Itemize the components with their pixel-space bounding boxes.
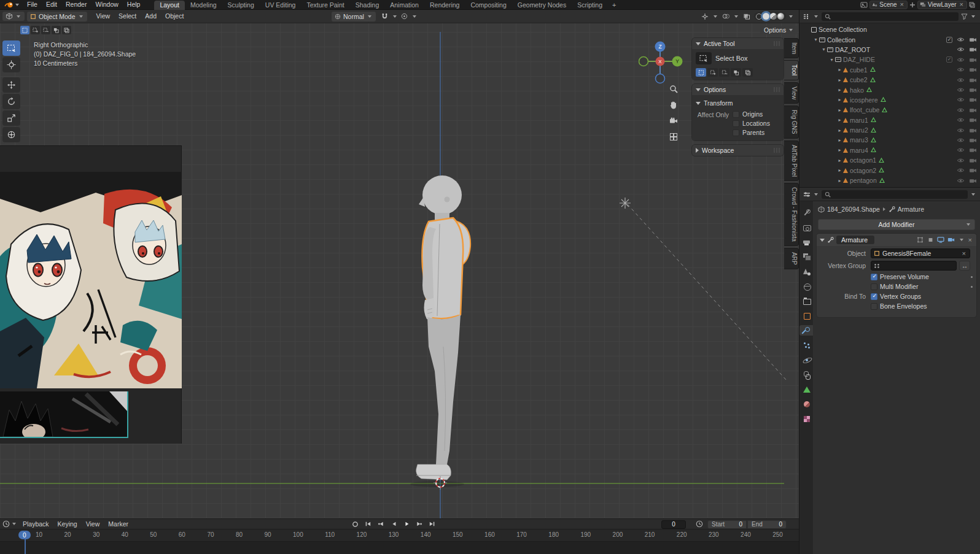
- outliner-row[interactable]: ▸ cube2: [799, 75, 980, 85]
- select-mode-intersect[interactable]: [62, 26, 71, 34]
- outliner-item-label[interactable]: octagon2: [850, 167, 876, 174]
- toggle-ortho-icon[interactable]: [667, 131, 680, 143]
- render-display-toggle[interactable]: [947, 236, 956, 244]
- disable-render-camera-icon[interactable]: [969, 97, 977, 102]
- workspace-tab[interactable]: Geometry Nodes: [512, 1, 572, 10]
- image-editor[interactable]: [0, 145, 182, 444]
- transform-tool[interactable]: [2, 127, 20, 142]
- topbar-menu-item[interactable]: Window: [91, 0, 122, 9]
- invert-vertex-group-button[interactable]: [959, 261, 970, 271]
- sidebar-tab[interactable]: ARP: [784, 248, 799, 269]
- viewport-menu-item[interactable]: Add: [141, 12, 161, 21]
- auto-keying-toggle[interactable]: [350, 520, 360, 528]
- outliner-options-arrow[interactable]: [971, 15, 975, 18]
- disable-render-camera-icon[interactable]: [969, 47, 977, 52]
- hide-eye-icon[interactable]: [957, 117, 965, 123]
- affect-only-option[interactable]: Parents: [733, 129, 770, 136]
- properties-tab[interactable]: [801, 281, 813, 291]
- workspace-tab[interactable]: Sculpting: [222, 1, 260, 10]
- add-workspace-button[interactable]: +: [608, 1, 620, 9]
- outliner-row[interactable]: ▾ Collection: [799, 34, 980, 44]
- editor-type-arrow[interactable]: [12, 523, 16, 525]
- outliner-row[interactable]: ▸ hako: [799, 85, 980, 94]
- add-modifier-button[interactable]: Add Modifier: [818, 219, 975, 230]
- previous-keyframe-button[interactable]: [376, 520, 386, 528]
- cursor-tool[interactable]: [2, 57, 20, 72]
- hide-eye-icon[interactable]: [957, 77, 965, 83]
- view-layer-selector[interactable]: ViewLayer: [917, 1, 967, 9]
- workspace-tab[interactable]: Shading: [350, 1, 385, 10]
- checkbox[interactable]: [733, 120, 739, 127]
- playhead[interactable]: 0: [18, 531, 31, 539]
- select-mode-subtract[interactable]: [719, 68, 729, 77]
- show-gizmo-toggle[interactable]: [699, 12, 710, 21]
- copy-view-layer-icon[interactable]: [969, 2, 975, 8]
- properties-tab[interactable]: [801, 399, 813, 409]
- gizmo-z-neg-axis[interactable]: [656, 74, 665, 83]
- timeline-ruler[interactable]: 1020304050607080901001101201301401501601…: [0, 529, 799, 542]
- outliner-item-label[interactable]: DAZ_ROOT: [835, 46, 870, 53]
- disable-render-camera-icon[interactable]: [969, 77, 977, 83]
- select-mode-extend[interactable]: [31, 26, 40, 34]
- outliner-row[interactable]: ▸ lfoot_cube: [799, 105, 980, 115]
- timeline-editor-icon[interactable]: [2, 520, 10, 528]
- hide-eye-icon[interactable]: [957, 137, 965, 143]
- transform-orientation-selector[interactable]: Normal: [332, 12, 376, 21]
- preserve-volume-checkbox[interactable]: [871, 274, 877, 280]
- realtime-display-toggle[interactable]: [936, 236, 946, 244]
- outliner-item-label[interactable]: maru1: [850, 117, 868, 124]
- breadcrumb-modifier[interactable]: Armature: [889, 206, 924, 213]
- outliner-search-input[interactable]: [822, 12, 959, 21]
- outliner-item-label[interactable]: pentagon: [850, 177, 877, 184]
- outliner-row[interactable]: ▸ maru4: [799, 145, 980, 155]
- hide-eye-icon[interactable]: [957, 97, 965, 102]
- workspace-tab[interactable]: UV Editing: [260, 1, 301, 10]
- select-mode-invert[interactable]: [731, 68, 741, 77]
- disclosure-arrow[interactable]: ▸: [836, 137, 843, 143]
- play-button[interactable]: [402, 520, 411, 528]
- properties-options-arrow[interactable]: [971, 193, 975, 196]
- sidebar-tab[interactable]: Item: [784, 38, 799, 58]
- workspace-tab[interactable]: Layout: [154, 1, 185, 10]
- viewport-menu-item[interactable]: Select: [114, 12, 141, 21]
- use-preview-range-icon[interactable]: [696, 520, 703, 528]
- scale-tool[interactable]: [2, 110, 20, 126]
- hide-eye-icon[interactable]: [957, 158, 965, 163]
- vertex-group-field[interactable]: [871, 261, 957, 271]
- editor-type-arrow[interactable]: [814, 193, 818, 196]
- remove-modifier-icon[interactable]: [967, 237, 973, 244]
- outliner-row[interactable]: ▸ maru1: [799, 115, 980, 125]
- disable-render-camera-icon[interactable]: [969, 37, 977, 42]
- properties-tab[interactable]: [801, 296, 813, 306]
- proportional-options-arrow[interactable]: [413, 15, 416, 18]
- active-tool-panel-header[interactable]: Active Tool: [692, 38, 784, 49]
- toggle-xray[interactable]: [741, 12, 752, 21]
- hide-eye-icon[interactable]: [957, 147, 965, 153]
- clear-object-icon[interactable]: [961, 250, 967, 257]
- topbar-menu-item[interactable]: File: [23, 0, 42, 9]
- select-box-tool[interactable]: [2, 40, 20, 56]
- gizmo-y-neg-axis[interactable]: [639, 57, 648, 66]
- breadcrumb-object[interactable]: 184_26094.Shape: [818, 206, 880, 213]
- exclude-checkbox[interactable]: [946, 37, 952, 43]
- disclosure-arrow[interactable]: ▸: [836, 178, 843, 183]
- rotate-tool[interactable]: [2, 94, 20, 109]
- viewport-menu-item[interactable]: View: [92, 12, 115, 21]
- collapse-icon[interactable]: [820, 239, 825, 242]
- overlays-options-arrow[interactable]: [734, 15, 738, 18]
- jump-to-end-button[interactable]: [427, 520, 437, 528]
- disclosure-arrow[interactable]: ▾: [828, 57, 835, 63]
- workspace-tab[interactable]: Texture Paint: [301, 1, 349, 10]
- properties-tab[interactable]: [801, 414, 813, 424]
- options-panel-header[interactable]: Options: [692, 84, 784, 95]
- sidebar-tab[interactable]: Crowd - Fashionista: [784, 183, 799, 246]
- properties-search-input[interactable]: [822, 190, 968, 199]
- remove-view-layer-icon[interactable]: [959, 1, 965, 8]
- topbar-menu-item[interactable]: Render: [61, 0, 91, 9]
- sidebar-tab[interactable]: View: [784, 82, 799, 104]
- properties-tab[interactable]: [801, 222, 813, 233]
- unlink-scene-icon[interactable]: [899, 1, 905, 8]
- timeline-menu-item[interactable]: Keying: [53, 520, 82, 528]
- outliner-row[interactable]: ▸ octagon2: [799, 165, 980, 175]
- sidebar-tab[interactable]: Rig GNS: [784, 106, 799, 138]
